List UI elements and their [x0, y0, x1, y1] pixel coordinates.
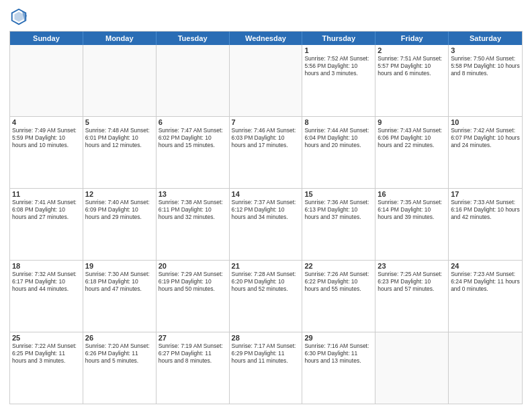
day-number-20: 20: [159, 262, 227, 270]
day-number-15: 15: [304, 190, 373, 198]
header-friday: Friday: [375, 32, 449, 45]
day-info-11: Sunrise: 7:41 AM Sunset: 6:08 PM Dayligh…: [12, 199, 81, 221]
day-info-14: Sunrise: 7:37 AM Sunset: 6:12 PM Dayligh…: [232, 199, 300, 221]
day-info-29: Sunrise: 7:16 AM Sunset: 6:30 PM Dayligh…: [304, 342, 373, 365]
day-info-5: Sunrise: 7:48 AM Sunset: 6:01 PM Dayligh…: [85, 127, 154, 149]
logo-icon: [9, 7, 28, 26]
day-number-24: 24: [451, 262, 520, 270]
empty-cell-w4-d6: [449, 332, 522, 404]
day-cell-6: 6Sunrise: 7:47 AM Sunset: 6:02 PM Daylig…: [157, 117, 230, 188]
header-wednesday: Wednesday: [230, 32, 303, 45]
day-cell-4: 4Sunrise: 7:49 AM Sunset: 5:59 PM Daylig…: [10, 117, 83, 188]
day-info-19: Sunrise: 7:30 AM Sunset: 6:18 PM Dayligh…: [85, 271, 154, 293]
day-number-19: 19: [85, 262, 154, 270]
day-cell-8: 8Sunrise: 7:44 AM Sunset: 6:04 PM Daylig…: [302, 117, 375, 188]
day-info-22: Sunrise: 7:26 AM Sunset: 6:22 PM Dayligh…: [304, 271, 373, 293]
page: Sunday Monday Tuesday Wednesday Thursday…: [0, 0, 532, 411]
day-number-21: 21: [232, 262, 300, 270]
day-info-13: Sunrise: 7:38 AM Sunset: 6:11 PM Dayligh…: [159, 199, 227, 221]
day-info-23: Sunrise: 7:25 AM Sunset: 6:23 PM Dayligh…: [378, 271, 446, 293]
day-cell-2: 2Sunrise: 7:51 AM Sunset: 5:57 PM Daylig…: [375, 45, 449, 116]
calendar-header: Sunday Monday Tuesday Wednesday Thursday…: [10, 32, 522, 45]
day-number-4: 4: [12, 118, 81, 126]
week-row-2: 4Sunrise: 7:49 AM Sunset: 5:59 PM Daylig…: [10, 116, 522, 188]
day-cell-12: 12Sunrise: 7:40 AM Sunset: 6:09 PM Dayli…: [83, 189, 157, 260]
day-number-6: 6: [159, 118, 227, 126]
day-number-12: 12: [85, 190, 154, 198]
day-number-27: 27: [159, 334, 227, 342]
week-row-4: 18Sunrise: 7:32 AM Sunset: 6:17 PM Dayli…: [10, 260, 522, 332]
day-cell-9: 9Sunrise: 7:43 AM Sunset: 6:06 PM Daylig…: [375, 117, 449, 188]
day-info-27: Sunrise: 7:19 AM Sunset: 6:27 PM Dayligh…: [159, 342, 227, 365]
week-row-5: 25Sunrise: 7:22 AM Sunset: 6:25 PM Dayli…: [10, 332, 522, 404]
day-cell-10: 10Sunrise: 7:42 AM Sunset: 6:07 PM Dayli…: [449, 117, 522, 188]
day-info-10: Sunrise: 7:42 AM Sunset: 6:07 PM Dayligh…: [451, 127, 520, 149]
day-info-7: Sunrise: 7:46 AM Sunset: 6:03 PM Dayligh…: [232, 127, 300, 149]
day-number-26: 26: [85, 334, 154, 342]
day-info-1: Sunrise: 7:52 AM Sunset: 5:56 PM Dayligh…: [304, 55, 373, 77]
day-cell-11: 11Sunrise: 7:41 AM Sunset: 6:08 PM Dayli…: [10, 189, 83, 260]
day-cell-1: 1Sunrise: 7:52 AM Sunset: 5:56 PM Daylig…: [302, 45, 375, 116]
day-number-25: 25: [12, 334, 81, 342]
day-cell-24: 24Sunrise: 7:23 AM Sunset: 6:24 PM Dayli…: [449, 261, 522, 332]
day-info-9: Sunrise: 7:43 AM Sunset: 6:06 PM Dayligh…: [378, 127, 446, 149]
header: [9, 7, 523, 26]
day-number-5: 5: [85, 118, 154, 126]
day-info-2: Sunrise: 7:51 AM Sunset: 5:57 PM Dayligh…: [378, 55, 446, 77]
day-info-6: Sunrise: 7:47 AM Sunset: 6:02 PM Dayligh…: [159, 127, 227, 149]
day-info-26: Sunrise: 7:20 AM Sunset: 6:26 PM Dayligh…: [85, 342, 154, 365]
svg-marker-1: [14, 11, 23, 21]
day-number-1: 1: [304, 46, 373, 54]
header-monday: Monday: [83, 32, 157, 45]
day-info-3: Sunrise: 7:50 AM Sunset: 5:58 PM Dayligh…: [451, 55, 520, 77]
day-cell-14: 14Sunrise: 7:37 AM Sunset: 6:12 PM Dayli…: [230, 189, 303, 260]
day-number-17: 17: [451, 190, 520, 198]
calendar: Sunday Monday Tuesday Wednesday Thursday…: [9, 31, 523, 404]
day-info-24: Sunrise: 7:23 AM Sunset: 6:24 PM Dayligh…: [451, 271, 520, 293]
week-row-1: 1Sunrise: 7:52 AM Sunset: 5:56 PM Daylig…: [10, 45, 522, 116]
calendar-body: 1Sunrise: 7:52 AM Sunset: 5:56 PM Daylig…: [10, 45, 522, 404]
day-info-17: Sunrise: 7:33 AM Sunset: 6:16 PM Dayligh…: [451, 199, 520, 221]
day-info-21: Sunrise: 7:28 AM Sunset: 6:20 PM Dayligh…: [232, 271, 300, 293]
day-number-3: 3: [451, 46, 520, 54]
day-info-12: Sunrise: 7:40 AM Sunset: 6:09 PM Dayligh…: [85, 199, 154, 221]
day-info-28: Sunrise: 7:17 AM Sunset: 6:29 PM Dayligh…: [232, 342, 300, 365]
day-cell-28: 28Sunrise: 7:17 AM Sunset: 6:29 PM Dayli…: [230, 332, 303, 404]
day-number-13: 13: [159, 190, 227, 198]
header-sunday: Sunday: [10, 32, 83, 45]
day-info-8: Sunrise: 7:44 AM Sunset: 6:04 PM Dayligh…: [304, 127, 373, 149]
day-number-28: 28: [232, 334, 300, 342]
day-info-20: Sunrise: 7:29 AM Sunset: 6:19 PM Dayligh…: [159, 271, 227, 293]
day-info-15: Sunrise: 7:36 AM Sunset: 6:13 PM Dayligh…: [304, 199, 373, 221]
day-number-8: 8: [304, 118, 373, 126]
day-cell-15: 15Sunrise: 7:36 AM Sunset: 6:13 PM Dayli…: [302, 189, 375, 260]
empty-cell-w0-d2: [157, 45, 230, 116]
empty-cell-w0-d3: [230, 45, 303, 116]
day-number-16: 16: [378, 190, 446, 198]
day-cell-7: 7Sunrise: 7:46 AM Sunset: 6:03 PM Daylig…: [230, 117, 303, 188]
day-cell-29: 29Sunrise: 7:16 AM Sunset: 6:30 PM Dayli…: [302, 332, 375, 404]
day-cell-25: 25Sunrise: 7:22 AM Sunset: 6:25 PM Dayli…: [10, 332, 83, 404]
day-cell-21: 21Sunrise: 7:28 AM Sunset: 6:20 PM Dayli…: [230, 261, 303, 332]
day-cell-13: 13Sunrise: 7:38 AM Sunset: 6:11 PM Dayli…: [157, 189, 230, 260]
day-cell-5: 5Sunrise: 7:48 AM Sunset: 6:01 PM Daylig…: [83, 117, 157, 188]
day-number-14: 14: [232, 190, 300, 198]
day-cell-26: 26Sunrise: 7:20 AM Sunset: 6:26 PM Dayli…: [83, 332, 157, 404]
day-info-25: Sunrise: 7:22 AM Sunset: 6:25 PM Dayligh…: [12, 342, 81, 365]
day-number-9: 9: [378, 118, 446, 126]
day-number-2: 2: [378, 46, 446, 54]
day-info-18: Sunrise: 7:32 AM Sunset: 6:17 PM Dayligh…: [12, 271, 81, 293]
day-cell-22: 22Sunrise: 7:26 AM Sunset: 6:22 PM Dayli…: [302, 261, 375, 332]
day-info-16: Sunrise: 7:35 AM Sunset: 6:14 PM Dayligh…: [378, 199, 446, 221]
week-row-3: 11Sunrise: 7:41 AM Sunset: 6:08 PM Dayli…: [10, 188, 522, 260]
day-number-10: 10: [451, 118, 520, 126]
day-cell-20: 20Sunrise: 7:29 AM Sunset: 6:19 PM Dayli…: [157, 261, 230, 332]
day-number-11: 11: [12, 190, 81, 198]
day-cell-19: 19Sunrise: 7:30 AM Sunset: 6:18 PM Dayli…: [83, 261, 157, 332]
header-saturday: Saturday: [449, 32, 522, 45]
day-cell-17: 17Sunrise: 7:33 AM Sunset: 6:16 PM Dayli…: [449, 189, 522, 260]
header-thursday: Thursday: [302, 32, 375, 45]
day-cell-3: 3Sunrise: 7:50 AM Sunset: 5:58 PM Daylig…: [449, 45, 522, 116]
empty-cell-w4-d5: [375, 332, 449, 404]
day-cell-18: 18Sunrise: 7:32 AM Sunset: 6:17 PM Dayli…: [10, 261, 83, 332]
